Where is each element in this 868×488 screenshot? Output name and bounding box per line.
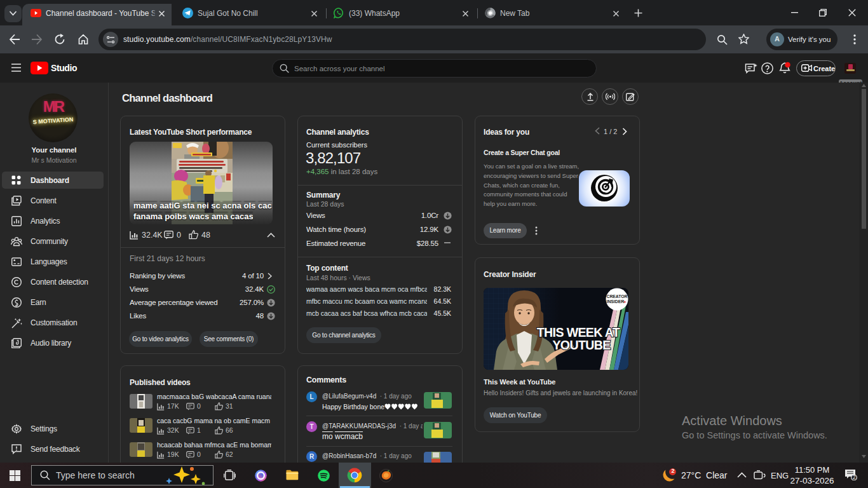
svg-text:CREATOR: CREATOR (607, 294, 628, 299)
svg-text:THIS WEEK AT: THIS WEEK AT (537, 325, 620, 339)
svg-text:YOUTUBE: YOUTUBE (552, 338, 611, 352)
svg-text:INSIDER▸: INSIDER▸ (607, 299, 627, 304)
